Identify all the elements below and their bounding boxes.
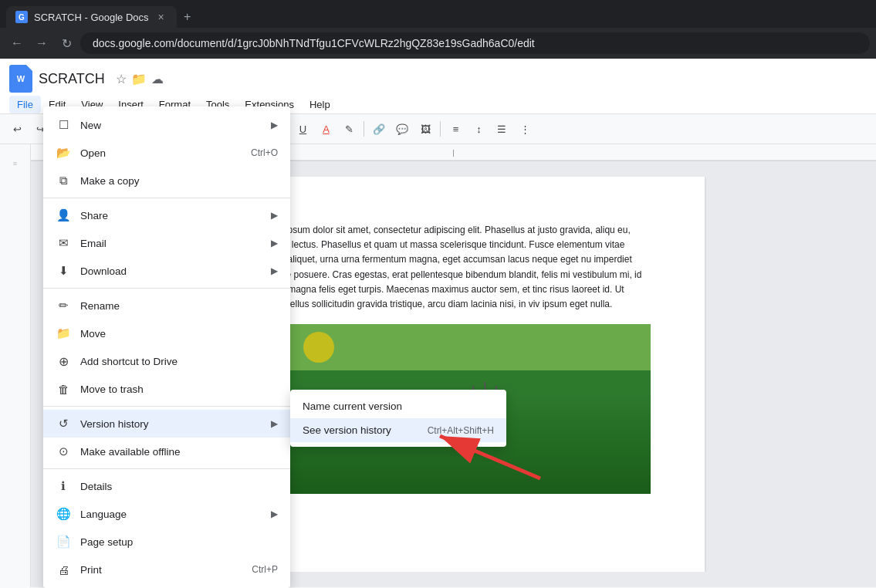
svg-point-11 [303,332,334,363]
rename-label: Rename [80,300,278,312]
menu-item-email[interactable]: ✉ Email ▶ [43,229,290,257]
version-history-submenu: Name current version See version history… [290,390,506,447]
menu-item-download[interactable]: ⬇ Download ▶ [43,257,290,285]
svg-rect-5 [411,440,566,494]
refresh-button[interactable]: ↻ [56,32,77,54]
address-input[interactable] [80,32,870,54]
history-icon: ↺ [56,416,71,431]
email-label: Email [80,238,262,249]
separator-4 [364,121,364,137]
divider-2 [43,288,290,289]
language-arrow: ▶ [271,509,278,519]
menu-item-rename[interactable]: ✏ Rename [43,292,290,319]
docs-icon: W [9,65,32,93]
menu-item-details[interactable]: ℹ Details [43,472,290,500]
divider-4 [43,468,290,469]
menu-item-open[interactable]: 📂 Open Ctrl+O [43,139,290,167]
sidebar-margin: ≡ [0,144,31,587]
download-icon: ⬇ [56,263,71,279]
menu-file[interactable]: File [9,96,41,113]
move-icon: 📁 [56,326,71,341]
folder-icon[interactable]: 📁 [131,72,147,86]
list-button[interactable]: ☰ [491,118,512,140]
move-label: Move [80,328,278,340]
language-icon: 🌐 [56,506,71,522]
email-arrow: ▶ [271,238,278,248]
more-button[interactable]: ⋮ [514,118,536,140]
copy-label: Make a copy [80,175,278,187]
submenu-see-history[interactable]: See version history Ctrl+Alt+Shift+H [290,418,506,442]
see-history-label: See version history [303,424,418,436]
offline-icon: ⊙ [56,444,71,459]
active-tab[interactable]: G SCRATCH - Google Docs × [6,6,177,28]
document-text: Lorem ipsum dolor sit amet, consectetur … [257,223,651,312]
menu-item-page-setup[interactable]: 📄 Page setup [43,528,290,556]
browser-chrome: G SCRATCH - Google Docs × + [0,0,876,28]
new-tab-button[interactable]: + [177,6,198,28]
language-label: Language [80,509,262,520]
history-label: Version history [80,418,262,430]
shortcut-label: Add shortcut to Drive [80,356,278,367]
undo-button[interactable]: ↩ [6,118,28,140]
print-label: Print [80,564,242,576]
history-arrow: ▶ [271,418,278,429]
details-label: Details [80,481,278,492]
tab-favicon: G [15,11,28,23]
cloud-icon[interactable]: ☁ [151,72,164,86]
copy-icon: ⧉ [56,173,71,188]
menu-item-new[interactable]: ☐ New ▶ [43,111,290,139]
offline-label: Make available offline [80,446,278,458]
menu-item-language[interactable]: 🌐 Language ▶ [43,500,290,528]
forward-button[interactable]: → [31,32,52,54]
see-history-shortcut: Ctrl+Alt+Shift+H [428,425,494,436]
docs-header: W SCRATCH ☆ 📁 ☁ File Edit View Insert Fo… [0,59,876,113]
font-color-button[interactable]: A [315,118,337,140]
open-icon: 📂 [56,145,71,161]
new-arrow: ▶ [271,120,278,130]
menu-item-share[interactable]: 👤 Share ▶ [43,201,290,229]
tab-title: SCRATCH - Google Docs [34,12,149,23]
trash-icon: 🗑 [56,381,71,397]
divider-3 [43,406,290,407]
email-icon: ✉ [56,235,71,251]
menu-item-print[interactable]: 🖨 Print Ctrl+P [43,556,290,583]
menu-item-make-copy[interactable]: ⧉ Make a copy [43,167,290,194]
new-label: New [80,120,262,131]
print-icon: 🖨 [56,562,71,577]
tab-close-button[interactable]: × [155,11,167,23]
link-button[interactable]: 🔗 [368,118,390,140]
menu-item-offline[interactable]: ⊙ Make available offline [43,438,290,465]
line-spacing-button[interactable]: ↕ [468,118,489,140]
print-shortcut: Ctrl+P [252,564,278,575]
menu-help[interactable]: Help [302,96,338,113]
trash-label: Move to trash [80,384,278,395]
menu-item-move[interactable]: 📁 Move [43,319,290,347]
docs-title-row: W SCRATCH ☆ 📁 ☁ [9,65,867,93]
share-arrow: ▶ [271,210,278,221]
divider-1 [43,198,290,198]
download-arrow: ▶ [271,265,278,276]
tab-bar: G SCRATCH - Google Docs × + [6,0,198,28]
pagesetup-label: Page setup [80,536,278,548]
file-menu-dropdown: ☐ New ▶ 📂 Open Ctrl+O ⧉ Make a copy 👤 Sh… [43,106,290,588]
align-button[interactable]: ≡ [445,118,466,140]
menu-item-version-history[interactable]: ↺ Version history ▶ [43,410,290,438]
open-label: Open [80,147,242,159]
underline-button[interactable]: U [292,118,313,140]
title-icons: ☆ 📁 ☁ [116,72,164,86]
share-icon: 👤 [56,208,71,223]
menu-item-add-shortcut[interactable]: ⊕ Add shortcut to Drive [43,347,290,375]
image-button[interactable]: 🖼 [414,118,436,140]
menu-item-move-trash[interactable]: 🗑 Move to trash [43,375,290,403]
pagesetup-icon: 📄 [56,534,71,549]
star-icon[interactable]: ☆ [116,72,127,86]
back-button[interactable]: ← [6,32,28,54]
rename-icon: ✏ [56,298,71,313]
share-label: Share [80,210,262,221]
submenu-name-version[interactable]: Name current version [290,394,506,418]
svg-text:|: | [452,149,454,157]
shortcut-icon: ⊕ [56,353,71,369]
comment-button[interactable]: 💬 [391,118,413,140]
highlight-button[interactable]: ✎ [338,118,360,140]
document-title[interactable]: SCRATCH [39,71,105,87]
